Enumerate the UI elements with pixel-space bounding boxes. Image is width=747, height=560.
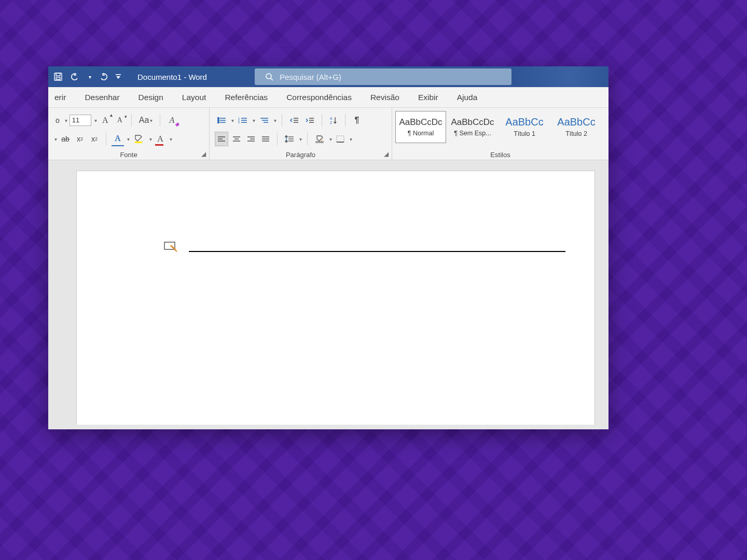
style-title2[interactable]: AaBbCc Título 2: [551, 111, 602, 143]
search-input[interactable]: [279, 72, 511, 82]
font-size-dropdown[interactable]: ▾: [94, 118, 97, 123]
shading-dropdown[interactable]: ▾: [329, 136, 332, 142]
highlight-dropdown[interactable]: ▾: [149, 136, 152, 142]
ribbon-group-font: o ▾ 11 ▾ A▴ A▾ Aa▾ A◆ ▾ ab x2: [48, 108, 209, 160]
superscript-button[interactable]: x2: [88, 132, 101, 146]
decrease-indent-button[interactable]: [287, 113, 301, 128]
autosave-icon[interactable]: [51, 69, 65, 84]
tab-design[interactable]: Design: [136, 93, 165, 102]
svg-marker-46: [285, 135, 287, 137]
tab-layout[interactable]: Layout: [180, 93, 209, 102]
style-label: ¶ Normal: [408, 130, 434, 137]
svg-rect-1: [56, 73, 60, 76]
separator: [282, 114, 282, 127]
undo-dropdown[interactable]: ▾: [85, 69, 94, 84]
style-normal[interactable]: AaBbCcDc ¶ Normal: [395, 111, 446, 143]
title-bar-right-decor: [515, 66, 608, 87]
numbering-button[interactable]: 123: [236, 113, 250, 128]
numbering-dropdown[interactable]: ▾: [253, 118, 255, 123]
multilevel-dropdown[interactable]: ▾: [274, 118, 276, 123]
group-label-styles: Estilos: [392, 151, 608, 159]
svg-point-8: [218, 118, 219, 119]
search-icon: [265, 73, 273, 81]
strikethrough-button[interactable]: ab: [59, 132, 72, 146]
borders-dropdown[interactable]: ▾: [350, 136, 352, 142]
font-color-button[interactable]: A: [154, 132, 167, 146]
show-paragraph-marks-button[interactable]: ¶: [351, 113, 363, 128]
svg-rect-3: [116, 74, 121, 75]
svg-point-12: [218, 122, 219, 123]
justify-button[interactable]: [259, 132, 272, 146]
align-center-button[interactable]: [230, 132, 243, 146]
increase-font-size-button[interactable]: A▴: [99, 113, 112, 128]
bullets-dropdown[interactable]: ▾: [231, 118, 234, 123]
header-drawing-icon[interactable]: [164, 241, 178, 252]
search-box[interactable]: [255, 68, 511, 85]
svg-marker-47: [285, 141, 287, 143]
line-spacing-button[interactable]: [283, 132, 296, 146]
font-name-fragment[interactable]: o: [53, 113, 62, 128]
borders-button[interactable]: [334, 132, 347, 146]
svg-marker-32: [334, 122, 337, 124]
separator: [106, 133, 106, 145]
ribbon-tabs: erir Desenhar Design Layout Referências …: [48, 87, 608, 108]
tab-inserir-partial[interactable]: erir: [52, 93, 68, 102]
highlight-button[interactable]: [132, 132, 146, 146]
align-right-button[interactable]: [245, 132, 257, 146]
quick-access-toolbar: ▾: [48, 69, 126, 84]
subscript-button[interactable]: x2: [74, 132, 86, 146]
multilevel-list-button[interactable]: [257, 113, 271, 128]
svg-text:3: 3: [238, 121, 240, 124]
bullets-button[interactable]: [215, 113, 228, 128]
style-title1[interactable]: AaBbCc Título 1: [499, 111, 550, 143]
decrease-font-size-button[interactable]: A▾: [114, 113, 126, 128]
tab-exibir[interactable]: Exibir: [416, 93, 440, 102]
svg-rect-52: [337, 136, 344, 142]
paragraph-group-launcher[interactable]: ◢: [382, 150, 390, 158]
ribbon-group-styles: AaBbCcDc ¶ Normal AaBbCcDc ¶ Sem Esp... …: [392, 108, 608, 160]
increase-indent-button[interactable]: [303, 113, 316, 128]
svg-text:A: A: [330, 117, 333, 120]
word-window: ▾ Documento1 - Word: [48, 66, 608, 429]
text-effects-button[interactable]: A: [112, 132, 124, 146]
tab-ajuda[interactable]: Ajuda: [455, 93, 480, 102]
tab-correspondencias[interactable]: Correspondências: [284, 93, 354, 102]
change-case-button[interactable]: Aa▾: [137, 113, 155, 128]
style-label: Título 2: [565, 130, 587, 137]
sort-button[interactable]: AZ: [327, 113, 340, 128]
document-page[interactable]: [76, 171, 595, 425]
line-spacing-dropdown[interactable]: ▾: [299, 136, 302, 142]
style-label: Título 1: [514, 130, 535, 137]
style-no-spacing[interactable]: AaBbCcDc ¶ Sem Esp...: [447, 111, 498, 143]
font-dropdown-fragment[interactable]: ▾: [54, 136, 57, 142]
font-group-launcher[interactable]: ◢: [200, 150, 207, 158]
style-label: ¶ Sem Esp...: [454, 130, 491, 137]
text-effects-dropdown[interactable]: ▾: [127, 136, 130, 142]
separator: [322, 114, 322, 127]
svg-point-10: [218, 120, 219, 121]
svg-point-5: [266, 74, 271, 79]
svg-text:Z: Z: [330, 121, 333, 124]
svg-line-6: [271, 78, 273, 80]
desktop-wallpaper: ▾ Documento1 - Word: [0, 0, 747, 560]
style-sample: AaBbCcDc: [399, 118, 442, 127]
separator: [160, 114, 160, 127]
align-left-button[interactable]: [215, 132, 228, 146]
clear-formatting-button[interactable]: A◆: [165, 113, 178, 128]
qat-customize-button[interactable]: [114, 69, 123, 84]
font-size-input[interactable]: 11: [70, 115, 91, 126]
tab-revisao[interactable]: Revisão: [368, 93, 402, 102]
ribbon-group-paragraph: ▾ 123 ▾ ▾: [209, 108, 392, 160]
style-sample: AaBbCcDc: [451, 118, 494, 127]
font-name-dropdown[interactable]: ▾: [65, 118, 67, 123]
horizontal-line: [189, 251, 565, 252]
svg-rect-7: [135, 142, 142, 143]
font-color-dropdown[interactable]: ▾: [170, 136, 172, 142]
shading-button[interactable]: [313, 132, 326, 146]
redo-button[interactable]: [97, 69, 110, 84]
tab-referencias[interactable]: Referências: [223, 93, 270, 102]
tab-desenhar[interactable]: Desenhar: [82, 93, 121, 102]
ribbon: o ▾ 11 ▾ A▴ A▾ Aa▾ A◆ ▾ ab x2: [48, 108, 608, 160]
undo-button[interactable]: [68, 69, 81, 84]
app-title: Documento1 - Word: [137, 73, 207, 81]
